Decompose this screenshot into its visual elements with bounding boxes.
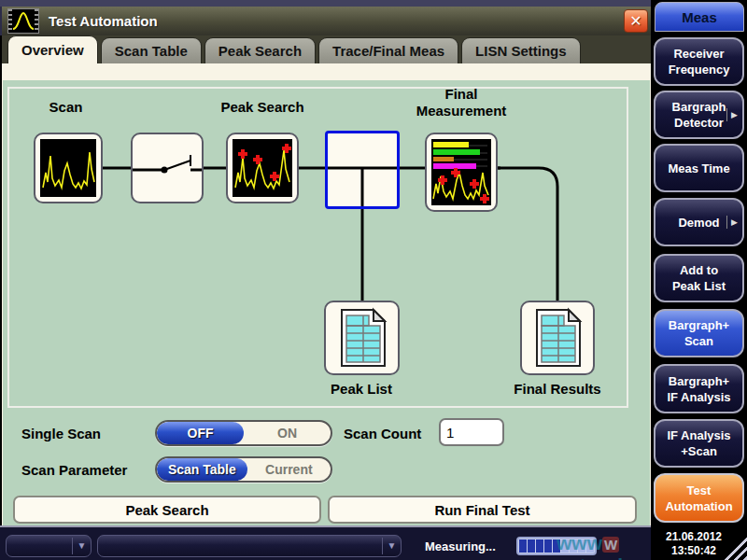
softkey-bargraph-detector[interactable]: Bargraph Detector▶ [654,91,744,139]
scan-parameter-scan-table-option[interactable]: Scan Table [157,458,247,481]
final-results-node-label: Final Results [501,381,613,398]
softkey-menu-header: Meas [655,2,744,32]
peak-search-node-label: Peak Search [216,99,309,116]
junction-lines [328,133,397,206]
switch-node[interactable] [131,133,204,203]
status-message: Measuring... [425,539,496,553]
scan-count-input[interactable] [439,418,504,446]
softkey-label: Bargraph+ Scan [669,317,729,349]
status-dropdown-1[interactable]: ▼ [6,535,92,557]
run-final-test-button[interactable]: Run Final Test [328,496,637,524]
softkey-receiver-frequency[interactable]: Receiver Frequency [654,37,744,86]
overview-panel: Scan Peak Search Final Measurement Peak … [2,63,651,525]
chevron-down-icon[interactable]: ▼ [72,538,91,554]
status-dropdown-2[interactable]: ▼ [97,535,402,557]
scan-count-label: Scan Count [344,426,421,441]
softkey-meas-time[interactable]: Meas Time [654,144,744,192]
progress-bar [516,537,597,555]
submenu-arrow-icon: ▶ [726,216,738,229]
softkey-label: Demod [678,215,719,231]
scan-parameter-current-option[interactable]: Current [247,458,331,481]
chevron-down-icon[interactable]: ▼ [382,538,401,554]
progress-segment [544,539,552,553]
close-button[interactable]: ✕ [624,9,648,33]
final-measurement-node-label: Final Measurement [401,86,522,119]
tab-scan-table[interactable]: Scan Table [101,37,202,63]
scan-node[interactable] [34,133,103,203]
single-scan-on-option[interactable]: ON [244,422,331,444]
softkey-bargraph-scan[interactable]: Bargraph+ Scan [654,309,744,357]
junction-node-selected[interactable] [325,131,400,209]
app-icon [7,8,39,34]
progress-segment [570,539,577,553]
softkey-label: Add to Peak List [672,262,726,294]
softkey-label: IF Analysis +Scan [667,427,730,459]
softkey-demod[interactable]: Demod▶ [654,198,744,246]
progress-segment [586,539,594,553]
softkey-label: Test Automation [665,483,732,514]
softkey-bargraph-if-analysis[interactable]: Bargraph+ IF Analysis [654,364,744,413]
document-table-icon [334,307,390,369]
softkey-sidebar: Meas Receiver Frequency Bargraph Detecto… [651,0,747,560]
gaussian-curve-icon [12,10,35,32]
titlebar: Test Automation ✕ [0,7,654,35]
tab-overview[interactable]: Overview [7,35,98,63]
peak-list-node-label: Peak List [315,381,408,398]
final-results-node[interactable] [520,301,595,375]
progress-segment [528,539,535,553]
submenu-arrow-icon: ▶ [726,108,738,121]
softkey-add-to-peak-list[interactable]: Add to Peak List [654,254,744,302]
date-time-display: 21.06.2012 13:50:42 [651,530,737,558]
window-title: Test Automation [49,13,158,29]
softkey-label: Meas Time [668,161,729,176]
single-scan-off-option[interactable]: OFF [157,422,244,444]
single-scan-toggle[interactable]: OFF ON [155,420,332,446]
switch-icon [133,134,202,202]
progress-segment [519,539,527,553]
tab-lisn-settings[interactable]: LISN Settings [461,37,581,63]
scan-parameter-toggle[interactable]: Scan Table Current [155,456,332,483]
window-top-strip [0,0,654,7]
document-table-icon [529,307,585,369]
final-measurement-node[interactable] [425,133,498,212]
softkey-if-analysis-scan[interactable]: IF Analysis +Scan [654,419,744,468]
scan-node-label: Scan [21,99,110,116]
scan-trace-icon [40,139,96,197]
peak-search-node[interactable] [226,133,299,203]
single-scan-label: Single Scan [21,426,101,441]
final-measurement-icon [431,139,491,205]
status-bar: ▼ ▼ Measuring... [0,525,654,560]
scan-parameter-label: Scan Parameter [21,462,127,478]
tab-peak-search[interactable]: Peak Search [204,37,316,63]
progress-segment [536,539,543,553]
softkey-label: Bargraph Detector [672,99,726,131]
softkey-label: Bargraph+ IF Analysis [667,373,730,405]
peak-list-node[interactable] [324,301,400,375]
progress-segment [578,539,585,553]
tab-trace-final-meas[interactable]: Trace/Final Meas [318,37,458,63]
flowchart-area: Scan Peak Search Final Measurement Peak … [3,80,650,525]
peak-search-trace-icon [233,139,292,197]
peak-search-button[interactable]: Peak Search [13,496,321,524]
softkey-label: Receiver Frequency [669,46,730,77]
softkey-test-automation[interactable]: Test Automation [654,473,744,523]
progress-segment [553,539,560,553]
tab-bar: Overview Scan Table Peak Search Trace/Fi… [2,35,651,63]
progress-segment [561,539,569,553]
